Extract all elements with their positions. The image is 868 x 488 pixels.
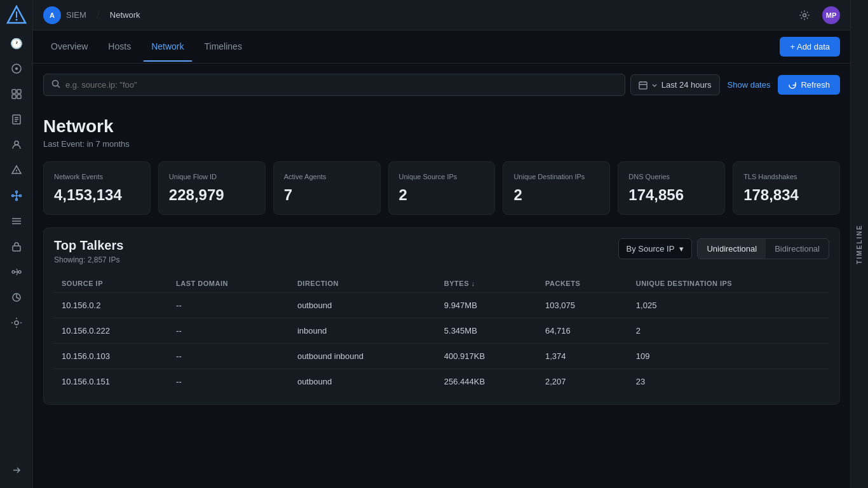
svg-rect-28: [13, 246, 20, 251]
settings-button[interactable]: [794, 5, 815, 25]
tab-overview[interactable]: Overview: [43, 32, 95, 62]
header-right: MP: [794, 5, 840, 25]
sidebar-item-dashboard[interactable]: [5, 83, 28, 105]
cell-source-ip-2[interactable]: 10.156.0.103: [54, 344, 168, 369]
cell-bytes-3: 256.444KB: [437, 369, 538, 395]
cell-packets-2: 1,374: [538, 344, 628, 369]
sidebar-item-alerts[interactable]: [5, 159, 28, 182]
svg-point-29: [12, 271, 15, 273]
top-talkers-controls: By Source IP ▾ Unidirectional Bidirectio…: [618, 238, 829, 259]
col-last-domain: Last Domain: [168, 274, 290, 293]
top-talkers-subtitle: Showing: 2,857 IPs: [54, 255, 618, 264]
user-menu[interactable]: MP: [822, 6, 840, 24]
dropdown-label: By Source IP: [627, 244, 675, 254]
sidebar-item-users[interactable]: [5, 133, 28, 156]
sidebar-item-recent[interactable]: 🕐: [5, 32, 28, 55]
cell-direction-0: outbound: [290, 293, 437, 318]
tab-network[interactable]: Network: [144, 32, 191, 62]
search-input[interactable]: [65, 80, 617, 90]
sidebar-item-integrations[interactable]: [5, 261, 28, 283]
sidebar-item-lock[interactable]: [5, 235, 28, 258]
stat-label-1: Unique Flow ID: [169, 172, 255, 181]
main-content: A SIEM / Network MP Overview Hosts Netwo…: [33, 0, 850, 488]
cell-packets-0: 103,075: [538, 293, 628, 318]
stat-card-dns: DNS Queries 174,856: [618, 161, 725, 215]
svg-point-2: [15, 19, 17, 21]
sidebar-item-discover[interactable]: [5, 57, 28, 80]
app-logo[interactable]: [6, 5, 27, 25]
svg-point-33: [803, 13, 806, 17]
siem-label: SIEM: [66, 10, 86, 20]
sidebar-item-more1[interactable]: [5, 210, 28, 233]
sidebar-item-analytics[interactable]: [5, 286, 28, 309]
unidirectional-button[interactable]: Unidirectional: [698, 239, 766, 259]
stat-value-2: 7: [284, 186, 370, 204]
svg-point-17: [11, 195, 13, 197]
stat-card-network-events: Network Events 4,153,134: [43, 161, 151, 215]
stat-label-2: Active Agents: [284, 172, 370, 181]
svg-point-4: [15, 67, 18, 70]
cell-source-ip-3[interactable]: 10.156.0.151: [54, 369, 168, 395]
nav-tabs: Overview Hosts Network Timelines + Add d…: [33, 30, 850, 64]
stat-card-active-agents: Active Agents 7: [273, 161, 381, 215]
stat-label-3: Unique Source IPs: [399, 172, 485, 181]
cell-source-ip-0[interactable]: 10.156.0.2: [54, 293, 168, 318]
cell-unique-dest-ips-2: 109: [628, 344, 829, 369]
stat-value-0: 4,153,134: [54, 186, 140, 204]
svg-rect-7: [12, 95, 16, 98]
stats-grid: Network Events 4,153,134 Unique Flow ID …: [43, 161, 840, 215]
svg-point-18: [19, 195, 21, 197]
page-title: Network: [43, 116, 840, 137]
stat-value-4: 2: [513, 186, 599, 204]
sidebar-item-reports[interactable]: [5, 108, 28, 131]
cell-bytes-2: 400.917KB: [437, 344, 538, 369]
stat-value-5: 174,856: [628, 186, 714, 204]
col-direction: Direction: [290, 274, 437, 293]
show-dates-button[interactable]: Show dates: [725, 75, 773, 95]
stat-card-tls-handshakes: TLS Handshakes 178,834: [733, 161, 840, 215]
table-row: 10.156.0.222 -- inbound 5.345MB 64,716 2: [54, 318, 829, 344]
cell-last-domain-3: --: [168, 369, 290, 395]
stat-card-flow-id: Unique Flow ID 228,979: [158, 161, 266, 215]
time-range-label: Last 24 hours: [661, 80, 712, 90]
cell-direction-3: outbound: [290, 369, 437, 395]
cell-direction-2: outbound inbound: [290, 344, 437, 369]
cell-direction-1: inbound: [290, 318, 437, 344]
svg-rect-5: [12, 90, 16, 93]
top-header: A SIEM / Network MP: [33, 0, 850, 30]
time-range-picker[interactable]: Last 24 hours: [630, 74, 720, 95]
user-avatar-a: A: [43, 6, 61, 24]
cell-last-domain-2: --: [168, 344, 290, 369]
svg-point-20: [15, 199, 17, 201]
svg-point-30: [18, 271, 21, 273]
add-data-button[interactable]: + Add data: [780, 37, 840, 57]
breadcrumb-separator: /: [97, 8, 100, 22]
cell-last-domain-1: --: [168, 318, 290, 344]
table-row: 10.156.0.151 -- outbound 256.444KB 2,207…: [54, 369, 829, 395]
bidirectional-button[interactable]: Bidirectional: [766, 239, 829, 259]
stat-label-tls: TLS Handshakes: [743, 172, 829, 181]
sidebar-item-arrow[interactable]: [5, 459, 28, 482]
timeline-label: TIMELINE: [856, 224, 863, 264]
stat-value-tls: 178,834: [743, 186, 829, 204]
cell-unique-dest-ips-0: 1,025: [628, 293, 829, 318]
cell-source-ip-1[interactable]: 10.156.0.222: [54, 318, 168, 344]
by-source-dropdown[interactable]: By Source IP ▾: [618, 238, 693, 259]
col-source-ip: Source IP: [54, 274, 168, 293]
stat-label-0: Network Events: [54, 172, 140, 181]
timeline-bar[interactable]: TIMELINE: [850, 0, 868, 488]
search-icon: [51, 79, 60, 90]
cell-bytes-1: 5.345MB: [437, 318, 538, 344]
page-subtitle: Last Event: in 7 months: [43, 139, 840, 149]
svg-point-16: [15, 195, 17, 197]
sidebar-item-ai[interactable]: [5, 311, 28, 334]
top-talkers-header: Top Talkers Showing: 2,857 IPs By Source…: [54, 238, 829, 264]
refresh-button[interactable]: Refresh: [778, 75, 840, 95]
svg-point-32: [15, 321, 18, 325]
col-packets: Packets: [538, 274, 628, 293]
search-input-wrap: [43, 74, 625, 96]
tab-hosts[interactable]: Hosts: [100, 32, 139, 62]
tab-timelines[interactable]: Timelines: [197, 32, 250, 62]
sidebar-item-network[interactable]: [5, 184, 28, 207]
svg-point-15: [16, 172, 17, 173]
